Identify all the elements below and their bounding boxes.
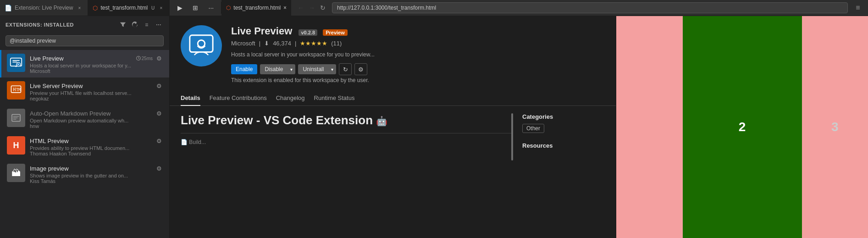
tab-runtime-status[interactable]: Runtime Status (314, 91, 355, 106)
sidebar-title: EXTENSIONS: INSTALLED (6, 22, 74, 28)
tab-feature-contributions[interactable]: Feature Contributions (210, 91, 267, 106)
close-browser-tab[interactable]: × (283, 5, 287, 11)
html-preview-author: Thomas Haakon Townsend (30, 151, 164, 156)
live-server-author: negokaz (30, 96, 164, 101)
svg-point-8 (198, 40, 205, 47)
back-button[interactable]: ← (295, 2, 306, 13)
editor-tabs: 📄 Extension: Live Preview × ⬡ test_trans… (0, 0, 170, 16)
download-count: 46,374 (273, 40, 291, 47)
live-preview-icon (7, 54, 25, 72)
enable-button[interactable]: Enable (231, 64, 257, 74)
markdown-info: Auto-Open Markdown Preview ⚙ Open Markdo… (30, 109, 164, 129)
file-icon: 📄 (5, 5, 12, 11)
close-tab-test-transform[interactable]: × (157, 4, 165, 11)
unsaved-badge: U (151, 6, 155, 11)
filter-icon (120, 22, 126, 28)
forward-button[interactable]: → (306, 2, 317, 13)
run-button[interactable]: ▶ (173, 1, 186, 14)
uninstall-button[interactable]: Uninstall (298, 64, 328, 74)
live-server-name-row: Live Server Preview ⚙ (30, 81, 164, 90)
robot-icon: 🤖 (376, 116, 387, 126)
live-preview-desc: Hosts a local server in your workspace f… (30, 63, 164, 68)
tab-live-preview[interactable]: 📄 Extension: Live Preview × (0, 0, 88, 16)
extension-actions: Enable Disable ▾ Uninstall ▾ ↻ ⚙ (231, 63, 605, 75)
extension-detail-title: Live Preview v0.2.8 Preview (231, 25, 605, 37)
preview-cell-1 (616, 16, 683, 238)
live-preview-gear[interactable]: ⚙ (155, 54, 164, 63)
live-server-name: Live Server Preview (30, 83, 83, 89)
browser-tab-area: ⬡ test_transform.html × ← → ↻ ≡ (221, 0, 868, 16)
browser-tab-test-transform[interactable]: ⬡ test_transform.html × (221, 0, 292, 16)
detail-divider (181, 133, 513, 133)
image-preview-name: Image preview (30, 165, 69, 172)
html-preview-name: HTML Preview (30, 138, 69, 144)
live-server-gear[interactable]: ⚙ (155, 81, 164, 90)
ext-item-markdown[interactable]: Auto-Open Markdown Preview ⚙ Open Markdo… (0, 105, 169, 133)
disable-button[interactable]: Disable (260, 64, 287, 74)
live-preview-name-row: Live Preview 25ms ⚙ (30, 54, 164, 63)
ext-item-image-preview[interactable]: 🏔 Image preview ⚙ Shows image preview in… (0, 160, 169, 188)
html-preview-icon: H (7, 136, 25, 155)
markdown-name: Auto-Open Markdown Preview (30, 110, 111, 117)
browser-preview-content: 2 3 (616, 16, 868, 238)
markdown-desc: Open Markdown preview automatically wh..… (30, 118, 164, 123)
scrollbar-track[interactable] (511, 113, 513, 231)
ext-item-live-preview[interactable]: Live Preview 25ms ⚙ Hosts a local server… (0, 50, 169, 77)
scrollbar-thumb (511, 113, 513, 160)
sync-button[interactable]: ↻ (339, 63, 352, 75)
rating-stars: ★★★★★ (300, 40, 327, 47)
tab-test-transform[interactable]: ⬡ test_transform.html U × (88, 0, 170, 16)
more-icon-btn[interactable]: ··· (154, 20, 164, 30)
live-server-info: Live Server Preview ⚙ Preview your HTML … (30, 81, 164, 101)
preview-cell-3: 3 (802, 16, 868, 238)
time-badge: 25ms (136, 56, 153, 61)
html-preview-gear[interactable]: ⚙ (155, 136, 164, 145)
list-icon-btn[interactable]: ≡ (142, 20, 152, 30)
refresh-icon (132, 22, 138, 28)
detail-main-title: Live Preview - VS Code Extension 🤖 (181, 113, 513, 127)
close-tab-live-preview[interactable]: × (76, 4, 83, 11)
image-preview-gear[interactable]: ⚙ (155, 164, 164, 173)
editor-toolbar: ▶ ⊞ ··· (170, 0, 221, 16)
categories-title: Categories (522, 113, 605, 120)
tab-changelog[interactable]: Changelog (276, 91, 305, 106)
browser-menu-button[interactable]: ≡ (851, 1, 864, 14)
url-input[interactable] (332, 2, 848, 13)
extensions-sidebar: EXTENSIONS: INSTALLED ≡ ··· (0, 16, 170, 238)
search-bar (0, 33, 169, 50)
main-content: EXTENSIONS: INSTALLED ≡ ··· (0, 16, 868, 238)
ext-item-live-server[interactable]: H TM Live Server Preview ⚙ Preview your … (0, 77, 169, 105)
resources-title: Resources (522, 142, 605, 149)
detail-tabs: Details Feature Contributions Changelog … (170, 91, 616, 106)
detail-main-content: Live Preview - VS Code Extension 🤖 📄 Bui… (181, 113, 513, 231)
browser-preview-panel: 2 3 (616, 16, 868, 238)
more-button[interactable]: ··· (205, 1, 217, 14)
ext-item-html-preview[interactable]: H HTML Preview ⚙ Provides ability to pre… (0, 133, 169, 160)
svg-rect-7 (190, 35, 213, 52)
extension-detail-info: Live Preview v0.2.8 Preview Microsoft | … (231, 25, 605, 83)
settings-button[interactable]: ⚙ (354, 63, 367, 75)
browser-nav-bar: ← → ↻ ≡ (292, 0, 868, 16)
refresh-icon-btn[interactable] (130, 20, 140, 30)
markdown-gear[interactable]: ⚙ (155, 109, 164, 118)
markdown-icon (7, 109, 25, 127)
filter-icon-btn[interactable] (118, 20, 128, 30)
divider-1: | (259, 40, 260, 47)
category-tag[interactable]: Other (522, 124, 544, 133)
workspace-note: This extension is enabled for this works… (231, 75, 605, 83)
markdown-author: hnw (30, 123, 164, 129)
refresh-button[interactable]: ↻ (317, 2, 328, 13)
extension-detail-header: Live Preview v0.2.8 Preview Microsoft | … (170, 16, 616, 91)
image-preview-info: Image preview ⚙ Shows image preview in t… (30, 164, 164, 184)
split-button[interactable]: ⊞ (189, 1, 202, 14)
download-icon: ⬇ (264, 40, 269, 47)
live-preview-info: Live Preview 25ms ⚙ Hosts a local server… (30, 54, 164, 74)
tab-details[interactable]: Details (181, 91, 200, 106)
preview-badge: Preview (323, 29, 348, 36)
publisher-name: Microsoft (231, 40, 255, 47)
image-preview-name-row: Image preview ⚙ (30, 164, 164, 173)
top-tab-bar: 📄 Extension: Live Preview × ⬡ test_trans… (0, 0, 868, 16)
disable-dropdown[interactable]: ▾ (287, 64, 295, 74)
search-input[interactable] (6, 35, 164, 46)
uninstall-dropdown[interactable]: ▾ (328, 64, 336, 74)
